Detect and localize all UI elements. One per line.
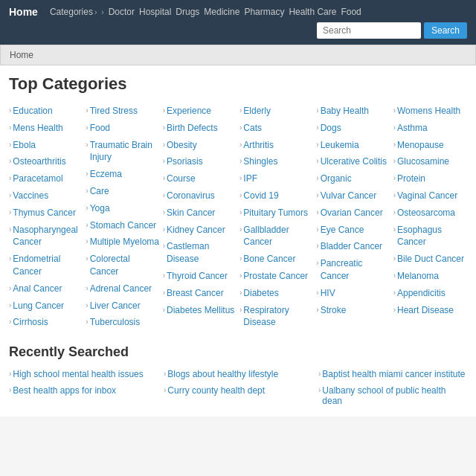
category-item[interactable]: ›Leukemia <box>316 137 390 154</box>
cat-arrow-icon: › <box>239 225 242 235</box>
category-item[interactable]: ›Organic <box>316 170 390 187</box>
recent-arrow-icon: › <box>9 370 11 378</box>
cat-arrow-icon: › <box>86 106 88 116</box>
category-item[interactable]: ›Endometrial Cancer <box>9 251 83 280</box>
category-item[interactable]: ›Diabetes Mellitus <box>163 302 237 319</box>
category-item[interactable]: ›Bone Cancer <box>239 251 313 268</box>
category-item[interactable]: ›Pituitary Tumors <box>239 205 313 222</box>
category-item[interactable]: ›Shingles <box>239 153 313 170</box>
category-item[interactable]: ›Heart Disease <box>393 302 467 319</box>
categories-grid: ›Education›Mens Health›Ebola›Osteoarthri… <box>9 103 467 331</box>
category-item[interactable]: ›Vaccines <box>9 187 83 205</box>
category-item[interactable]: ›Mens Health <box>9 120 83 137</box>
category-item[interactable]: ›Obesity <box>163 137 237 154</box>
cat-arrow-icon: › <box>86 140 88 150</box>
category-item[interactable]: ›Vaginal Cancer <box>393 187 467 205</box>
category-item[interactable]: ›Ulcerative Colitis <box>316 153 390 170</box>
cat-arrow-icon: › <box>9 300 11 311</box>
category-item[interactable]: ›Womens Health <box>393 103 467 120</box>
recent-search-item[interactable]: ›Blogs about healthy lifestyle <box>164 367 312 381</box>
category-item[interactable]: ›Liver Cancer <box>86 298 159 315</box>
category-item[interactable]: ›Menopause <box>393 137 467 154</box>
category-item[interactable]: ›Eczema <box>86 166 159 183</box>
category-item[interactable]: ›Respiratory Disease <box>239 302 313 332</box>
nav-hospital[interactable]: Hospital <box>139 7 171 17</box>
category-item[interactable]: ›Baby Health <box>316 103 390 120</box>
cat-arrow-icon: › <box>316 258 318 268</box>
category-item[interactable]: ›Stomach Cancer <box>86 217 159 234</box>
category-item[interactable]: ›Arthritis <box>239 137 313 154</box>
category-item[interactable]: ›Birth Defects <box>163 120 237 137</box>
category-item[interactable]: ›Kidney Cancer <box>163 222 237 239</box>
category-item[interactable]: ›IPF <box>239 170 313 187</box>
category-item[interactable]: ›Traumatic Brain Injury <box>86 137 159 167</box>
category-item[interactable]: ›Stroke <box>316 302 390 319</box>
category-item[interactable]: ›Psoriasis <box>163 153 237 170</box>
category-item[interactable]: ›Asthma <box>393 120 467 137</box>
category-item[interactable]: ›Colorectal Cancer <box>86 251 159 280</box>
nav-health-care[interactable]: Health Care <box>289 7 336 17</box>
category-item[interactable]: ›Dogs <box>316 120 390 137</box>
category-item[interactable]: ›Breast Cancer <box>163 285 237 302</box>
nav-food[interactable]: Food <box>341 7 361 17</box>
category-item[interactable]: ›Coronavirus <box>163 187 237 205</box>
search-button[interactable]: Search <box>424 22 467 39</box>
category-item[interactable]: ›Ovarian Cancer <box>316 205 390 222</box>
category-item[interactable]: ›Eye Cance <box>316 222 390 239</box>
category-item[interactable]: ›Bladder Cancer <box>316 238 390 255</box>
category-item[interactable]: ›Elderly <box>239 103 313 120</box>
recent-search-item[interactable]: ›Baptist health miami cancer institute <box>318 367 467 381</box>
category-item[interactable]: ›Esophagus Cancer <box>393 222 467 251</box>
category-item[interactable]: ›Thyroid Cancer <box>163 268 237 285</box>
category-item[interactable]: ›Appendicitis <box>393 285 467 302</box>
category-item[interactable]: ›Diabetes <box>239 285 313 302</box>
recent-search-item[interactable]: ›Curry county health dept <box>164 384 312 408</box>
recently-searched-section: Recently Searched ›High school mental he… <box>9 344 467 408</box>
category-item[interactable]: ›Bile Duct Cancer <box>393 251 467 268</box>
category-item[interactable]: ›Vulvar Cancer <box>316 187 390 205</box>
category-item[interactable]: ›Cirrhosis <box>9 314 83 331</box>
recent-search-item[interactable]: ›High school mental health issues <box>9 367 158 381</box>
nav-doctor[interactable]: Doctor <box>109 7 135 17</box>
nav-categories[interactable]: Categories › <box>50 7 97 17</box>
category-item[interactable]: ›Gallbladder Cancer <box>239 222 313 251</box>
cat-arrow-icon: › <box>393 140 396 150</box>
search-input[interactable] <box>317 22 421 39</box>
recent-search-item[interactable]: ›Ualbany school of public health dean <box>318 384 467 408</box>
category-item[interactable]: ›Cats <box>239 120 313 137</box>
category-item[interactable]: ›Paracetamol <box>9 170 83 187</box>
home-nav[interactable]: Home <box>9 6 38 18</box>
category-item[interactable]: ›Education <box>9 103 83 120</box>
category-item[interactable]: ›Osteosarcoma <box>393 205 467 222</box>
category-item[interactable]: ›Ebola <box>9 137 83 154</box>
category-item[interactable]: ›Care <box>86 183 159 200</box>
category-item[interactable]: ›Yoga <box>86 200 159 217</box>
category-item[interactable]: ›Thymus Cancer <box>9 205 83 222</box>
recent-search-item[interactable]: ›Best health apps for inbox <box>9 384 158 408</box>
category-item[interactable]: ›HIV <box>316 285 390 302</box>
nav-medicine[interactable]: Medicine <box>204 7 239 17</box>
category-item[interactable]: ›Tuberculosis <box>86 314 159 331</box>
category-item[interactable]: ›Tired Stress <box>86 103 159 120</box>
breadcrumb-home[interactable]: Home <box>10 50 33 60</box>
category-item[interactable]: ›Osteoarthritis <box>9 153 83 170</box>
category-item[interactable]: ›Nasopharyngeal Cancer <box>9 222 83 251</box>
category-item[interactable]: ›Skin Cancer <box>163 205 237 222</box>
category-item[interactable]: ›Castleman Disease <box>163 238 237 268</box>
category-item[interactable]: ›Anal Cancer <box>9 280 83 298</box>
category-item[interactable]: ›Pancreatic Cancer <box>316 255 390 285</box>
category-item[interactable]: ›Covid 19 <box>239 187 313 205</box>
category-item[interactable]: ›Multiple Myeloma <box>86 234 159 251</box>
category-item[interactable]: ›Food <box>86 120 159 137</box>
cat-arrow-icon: › <box>239 140 242 150</box>
category-item[interactable]: ›Glucosamine <box>393 153 467 170</box>
category-item[interactable]: ›Melanoma <box>393 268 467 285</box>
category-item[interactable]: ›Prostate Cancer <box>239 268 313 285</box>
category-item[interactable]: ›Course <box>163 170 237 187</box>
nav-drugs[interactable]: Drugs <box>176 7 199 17</box>
category-item[interactable]: ›Experience <box>163 103 237 120</box>
category-item[interactable]: ›Lung Cancer <box>9 298 83 315</box>
nav-pharmacy[interactable]: Pharmacy <box>244 7 284 17</box>
category-item[interactable]: ›Protein <box>393 170 467 187</box>
category-item[interactable]: ›Adrenal Cancer <box>86 280 159 298</box>
